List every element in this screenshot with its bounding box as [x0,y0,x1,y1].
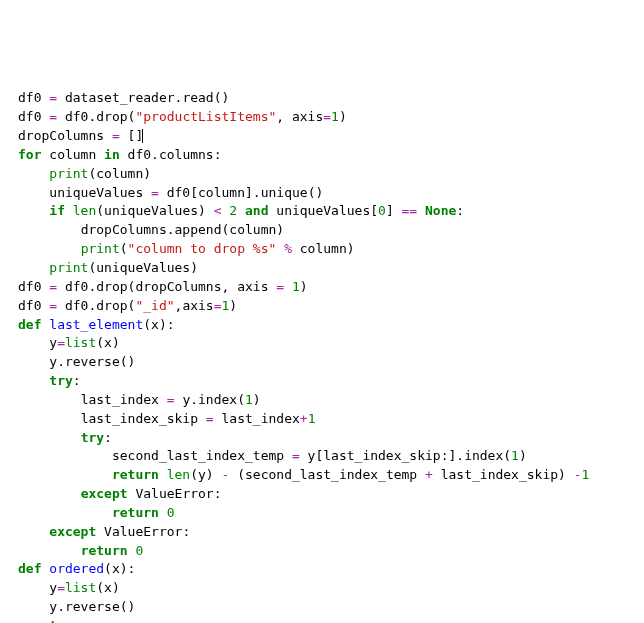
code-line: uniqueValues = df0[column].unique() [18,184,626,203]
code-line: def last_element(x): [18,316,626,335]
code-block: df0 = dataset_reader.read()df0 = df0.dro… [18,89,626,623]
code-line: y=list(x) [18,579,626,598]
code-line: if len(uniqueValues) < 2 and uniqueValue… [18,202,626,221]
code-line: df0 = dataset_reader.read() [18,89,626,108]
code-line: print(uniqueValues) [18,259,626,278]
code-line: except ValueError: [18,523,626,542]
code-line: return len(y) - (second_last_index_temp … [18,466,626,485]
code-line: y.reverse() [18,598,626,617]
code-line: df0 = df0.drop("_id",axis=1) [18,297,626,316]
code-line: last_index = y.index(1) [18,391,626,410]
code-line: y=list(x) [18,334,626,353]
code-line: print("column to drop %s" % column) [18,240,626,259]
text-cursor [142,129,143,143]
code-line: return 0 [18,542,626,561]
code-line: try: [18,617,626,623]
code-line: def ordered(x): [18,560,626,579]
code-line: dropColumns.append(column) [18,221,626,240]
code-line: second_last_index_temp = y[last_index_sk… [18,447,626,466]
code-line: df0 = df0.drop(dropColumns, axis = 1) [18,278,626,297]
code-line: try: [18,372,626,391]
code-line: y.reverse() [18,353,626,372]
code-line: return 0 [18,504,626,523]
code-line: try: [18,429,626,448]
code-line: for column in df0.columns: [18,146,626,165]
code-line: last_index_skip = last_index+1 [18,410,626,429]
code-line: df0 = df0.drop("productListItems", axis=… [18,108,626,127]
code-line: except ValueError: [18,485,626,504]
code-line: print(column) [18,165,626,184]
code-line: dropColumns = [] [18,127,626,146]
